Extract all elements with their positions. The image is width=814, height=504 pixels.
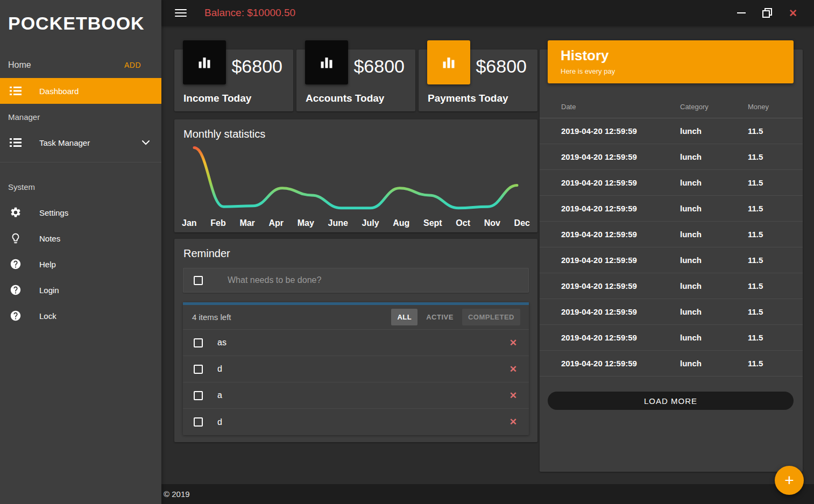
topbar: Balance: $10000.50 ✕ (161, 0, 814, 26)
cell-date: 2019-04-20 12:59:59 (561, 281, 680, 290)
minimize-button[interactable] (737, 8, 746, 18)
table-row: 2019-04-20 12:59:59 lunch 11.5 (540, 144, 803, 170)
income-amount: $6800 (231, 56, 282, 77)
plus-icon: + (784, 471, 794, 489)
todo-item: a ✕ (183, 382, 529, 409)
load-more-button[interactable]: LOAD MORE (548, 392, 794, 410)
month-label: June (328, 218, 348, 228)
items-left-label: 4 items left (192, 313, 231, 322)
accounts-label: Accounts Today (306, 93, 384, 104)
restore-button[interactable] (762, 8, 772, 18)
column-date: Date (561, 103, 680, 111)
add-link[interactable]: ADD (124, 61, 141, 69)
todo-checkbox[interactable] (194, 391, 203, 400)
month-label: Nov (484, 218, 500, 228)
manager-section-label: Manager (0, 104, 161, 130)
restore-icon (762, 8, 772, 18)
cell-money: 11.5 (748, 359, 803, 368)
sidebar-item-dashboard[interactable]: Dashboard (0, 78, 161, 104)
add-entry-fab[interactable]: + (775, 466, 804, 495)
new-todo-input[interactable] (228, 275, 459, 285)
menu-icon[interactable] (175, 7, 187, 19)
todo-text: as (217, 338, 226, 347)
cell-category: lunch (680, 255, 748, 265)
chart-title: Monthly statistics (174, 119, 537, 140)
cell-money: 11.5 (748, 204, 803, 213)
cell-date: 2019-04-20 12:59:59 (561, 178, 680, 187)
table-row: 2019-04-20 12:59:59 lunch 11.5 (540, 299, 803, 325)
todo-text: d (217, 417, 222, 427)
todo-input-row (183, 268, 529, 293)
todo-checkbox[interactable] (194, 338, 203, 347)
line-chart (174, 140, 537, 221)
sidebar: POCKETBOOK Home ADD Dashboard Manager Ta… (0, 0, 161, 504)
app-logo: POCKETBOOK (0, 0, 161, 39)
main-content: $6800 Income Today $6800 Accounts Today … (161, 26, 814, 484)
todo-checkbox[interactable] (194, 365, 203, 374)
todo-text: a (217, 391, 222, 400)
payments-icon-box (427, 40, 470, 84)
toggle-all-checkbox[interactable] (194, 276, 203, 285)
delete-todo-icon[interactable]: ✕ (509, 337, 517, 349)
filter-all-button[interactable]: ALL (391, 309, 417, 325)
sidebar-item-help[interactable]: Help (0, 251, 161, 277)
month-label: Dec (514, 218, 530, 228)
todo-filters: ALL ACTIVE COMPLETED (391, 309, 520, 325)
sidebar-item-label: Settings (39, 208, 68, 217)
delete-todo-icon[interactable]: ✕ (509, 364, 517, 375)
table-row: 2019-04-20 12:59:59 lunch 11.5 (540, 118, 803, 144)
footer: © 2019 (161, 484, 814, 504)
cell-money: 11.5 (748, 255, 803, 265)
sidebar-item-notes[interactable]: Notes (0, 225, 161, 251)
question-circle-icon (10, 284, 22, 296)
table-row: 2019-04-20 12:59:59 lunch 11.5 (540, 273, 803, 299)
cell-money: 11.5 (748, 281, 803, 290)
todo-list: 4 items left ALL ACTIVE COMPLETED as ✕ (183, 302, 529, 435)
reminder-title: Reminder (174, 239, 537, 260)
todo-item: as ✕ (183, 330, 529, 356)
cell-category: lunch (680, 204, 748, 213)
reminder-panel: Reminder 4 items left ALL ACTIVE COMPLET… (174, 239, 537, 442)
todo-list-header: 4 items left ALL ACTIVE COMPLETED (183, 305, 529, 330)
month-label: May (298, 218, 314, 228)
month-label: Apr (269, 218, 284, 228)
question-circle-icon (10, 310, 22, 322)
sidebar-item-label: Dashboard (39, 87, 79, 96)
cell-date: 2019-04-20 12:59:59 (561, 126, 680, 136)
cell-date: 2019-04-20 12:59:59 (561, 359, 680, 368)
column-category: Category (680, 103, 748, 111)
history-table: Date Category Money 2019-04-20 12:59:59 … (540, 96, 803, 410)
close-button[interactable]: ✕ (788, 8, 798, 18)
minimize-icon (737, 12, 746, 13)
sidebar-item-lock[interactable]: Lock (0, 303, 161, 329)
sidebar-item-label: Task Manager (39, 138, 90, 147)
close-icon: ✕ (789, 8, 797, 18)
sidebar-item-login[interactable]: Login (0, 277, 161, 303)
month-label: Oct (456, 218, 470, 228)
filter-active-button[interactable]: ACTIVE (420, 309, 459, 325)
sidebar-item-task-manager[interactable]: Task Manager (0, 130, 161, 155)
table-row: 2019-04-20 12:59:59 lunch 11.5 (540, 247, 803, 273)
cell-date: 2019-04-20 12:59:59 (561, 152, 680, 161)
cell-money: 11.5 (748, 178, 803, 187)
history-rows: 2019-04-20 12:59:59 lunch 11.5 2019-04-2… (540, 118, 803, 377)
cell-category: lunch (680, 281, 748, 290)
month-label: Mar (239, 218, 254, 228)
cell-money: 11.5 (748, 307, 803, 316)
payments-label: Payments Today (428, 93, 508, 104)
history-subtitle: Here is every pay (561, 67, 781, 75)
sidebar-item-settings[interactable]: Settings (0, 200, 161, 225)
cell-money: 11.5 (748, 152, 803, 161)
delete-todo-icon[interactable]: ✕ (509, 390, 517, 401)
month-label: Sept (423, 218, 442, 228)
payments-amount: $6800 (476, 56, 527, 77)
gear-icon (10, 207, 22, 218)
cell-category: lunch (680, 333, 748, 342)
todo-checkbox[interactable] (194, 417, 203, 427)
filter-completed-button[interactable]: COMPLETED (462, 309, 520, 325)
table-row: 2019-04-20 12:59:59 lunch 11.5 (540, 196, 803, 222)
chevron-down-icon (142, 140, 150, 145)
delete-todo-icon[interactable]: ✕ (509, 416, 517, 428)
cell-category: lunch (680, 307, 748, 316)
balance-label: Balance: $10000.50 (204, 7, 295, 19)
